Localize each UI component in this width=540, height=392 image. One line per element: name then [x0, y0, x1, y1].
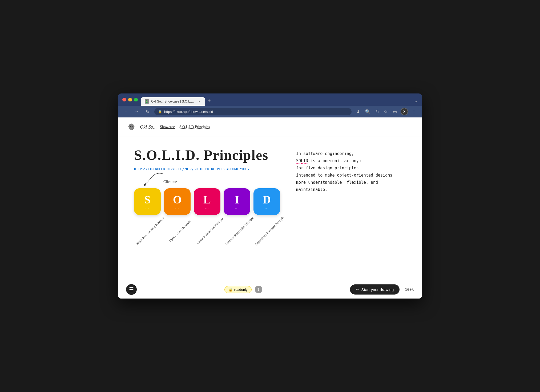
tabs-area: 🐉 Ok! So... Showcase | S.O.L.I.D ✕ + ⌄ — [141, 97, 418, 106]
label-s: Single Responsibility Principle — [134, 215, 164, 246]
maximize-button[interactable] — [134, 98, 138, 101]
close-button[interactable] — [122, 98, 126, 101]
svg-marker-3 — [143, 183, 146, 186]
label-i: Interface Segregation Principle — [223, 215, 254, 246]
active-tab[interactable]: 🐉 Ok! So... Showcase | S.O.L.I.D ✕ — [141, 97, 205, 106]
svg-point-1 — [130, 126, 131, 127]
solid-btn-d[interactable]: D ... — [253, 188, 280, 215]
hamburger-icon: ☰ — [129, 286, 134, 293]
label-wrapper-l: Liskov Substitution Principle — [194, 228, 220, 234]
desc-line-2: SOLID is a mnemonic acronym — [296, 157, 406, 165]
address-input[interactable]: 🔒 https://okso.app/showcase/solid — [154, 108, 352, 115]
zoom-button[interactable]: 🔍 — [364, 108, 372, 115]
solid-dots-o: ... — [175, 206, 179, 209]
reload-button[interactable]: ↻ — [144, 108, 151, 115]
label-l: Liskov Substitution Principle — [194, 216, 223, 245]
solid-dots-i: ... — [235, 206, 239, 209]
lock-icon: 🔒 — [158, 110, 162, 113]
title-bar: 🐉 Ok! So... Showcase | S.O.L.I.D ✕ + ⌄ — [118, 93, 422, 106]
traffic-lights — [122, 98, 138, 105]
tab-title: Ok! So... Showcase | S.O.L.I.D — [151, 100, 195, 103]
pencil-icon: ✏ — [356, 287, 359, 292]
svg-point-2 — [132, 126, 133, 127]
new-tab-button[interactable]: + — [205, 97, 213, 106]
solid-letter-i: I — [235, 194, 239, 205]
start-drawing-button[interactable]: ✏ Start your drawing — [350, 284, 400, 295]
site-name: Ok! So... — [140, 124, 157, 130]
solid-btn-o[interactable]: O ... — [164, 188, 191, 215]
bottom-right-controls: ✏ Start your drawing 100% — [350, 284, 414, 295]
solid-labels-row: Single Responsibility Principle Open / C… — [134, 228, 280, 260]
page-content: Ok! So... Showcase › S.O.L.I.D Principle… — [118, 117, 422, 299]
site-logo — [126, 122, 137, 132]
solid-letter-s: S — [144, 194, 150, 205]
tab-favicon: 🐉 — [145, 99, 149, 104]
readonly-badge[interactable]: 🔒 readonly — [224, 286, 252, 293]
link-text: HTTPS://TREKHLEB.DEV/BLOG/2017/SOLID-PRI… — [134, 167, 246, 171]
readonly-label: readonly — [234, 288, 248, 292]
address-bar: ← → ↻ 🔒 https://okso.app/showcase/solid … — [118, 106, 422, 117]
bottom-center-controls: 🔒 readonly ? — [224, 286, 262, 293]
desc-line-3: for five design principles — [296, 165, 406, 172]
description-text: In software engineering, SOLID is a mnem… — [296, 150, 406, 193]
solid-dots-l: ... — [205, 206, 209, 209]
more-button[interactable]: ⋮ — [410, 108, 418, 115]
label-o: Open / Closed Principle — [167, 218, 191, 242]
minimize-button[interactable] — [128, 98, 132, 101]
solid-buttons-row: S ... O ... L ... I ... — [134, 188, 280, 215]
breadcrumb: Showcase › S.O.L.I.D Principles — [160, 125, 210, 129]
download-button[interactable]: ⬇ — [355, 108, 361, 115]
hamburger-menu-button[interactable]: ☰ — [126, 284, 137, 295]
share-button[interactable]: ⎙ — [374, 108, 380, 115]
desc-line-1: In software engineering, — [296, 150, 406, 157]
solid-letter-l: L — [203, 194, 211, 205]
desc-line-5: more understandable, flexible, and maint… — [296, 179, 406, 193]
right-panel: In software engineering, SOLID is a mnem… — [296, 148, 406, 260]
browser-window: 🐉 Ok! So... Showcase | S.O.L.I.D ✕ + ⌄ ←… — [118, 93, 422, 299]
forward-button[interactable]: → — [133, 108, 140, 115]
bottom-bar: ☰ 🔒 readonly ? ✏ Start your drawing 100% — [118, 280, 422, 299]
solid-btn-l[interactable]: L ... — [194, 188, 220, 215]
start-drawing-label: Start your drawing — [361, 287, 394, 292]
sidebar-toggle[interactable]: ▭ — [391, 108, 398, 115]
solid-letter-d: D — [263, 194, 271, 205]
solid-dots-s: ... — [146, 206, 149, 209]
breadcrumb-home[interactable]: Showcase — [160, 125, 175, 129]
click-me-arrow-svg — [134, 171, 177, 187]
solid-btn-i[interactable]: I ... — [224, 188, 250, 215]
page-title: S.O.L.I.D. Principles — [134, 148, 280, 163]
solid-letter-o: O — [173, 194, 182, 205]
lock-emoji: 🔒 — [228, 288, 233, 292]
bookmark-button[interactable]: ☆ — [382, 108, 389, 115]
solid-word: SOLID — [296, 158, 308, 163]
back-button[interactable]: ← — [122, 108, 130, 115]
main-content: S.O.L.I.D. Principles HTTPS://TREKHLEB.D… — [118, 137, 422, 271]
external-link-icon: ↗ — [247, 167, 249, 171]
label-d: Dependency Inversion Principle — [253, 214, 285, 246]
site-header: Ok! So... Showcase › S.O.L.I.D Principle… — [118, 117, 422, 137]
label-wrapper-d: Dependency Inversion Principle — [253, 228, 280, 234]
x-profile-button[interactable]: X — [401, 108, 408, 115]
breadcrumb-separator: › — [176, 125, 178, 129]
url-text: https://okso.app/showcase/solid — [164, 110, 213, 114]
label-wrapper-i: Interface Segregation Principle — [224, 228, 250, 234]
browser-actions: ⬇ 🔍 ⎙ ☆ ▭ X ⋮ — [355, 108, 418, 115]
solid-dots-d: ... — [265, 206, 269, 209]
logo-svg — [127, 122, 136, 132]
click-me-container: Click me — [134, 179, 280, 184]
zoom-indicator: 100% — [405, 287, 414, 292]
external-link[interactable]: HTTPS://TREKHLEB.DEV/BLOG/2017/SOLID-PRI… — [134, 167, 280, 171]
label-wrapper-s: Single Responsibility Principle — [134, 228, 161, 234]
help-button[interactable]: ? — [255, 286, 262, 293]
desc-line-4: intended to make object-oriented designs — [296, 172, 406, 179]
tab-list-button[interactable]: ⌄ — [414, 98, 418, 106]
solid-btn-s[interactable]: S ... — [134, 188, 161, 215]
label-wrapper-o: Open / Closed Principle — [164, 228, 191, 234]
left-panel: S.O.L.I.D. Principles HTTPS://TREKHLEB.D… — [134, 148, 280, 260]
breadcrumb-current: S.O.L.I.D Principles — [179, 125, 210, 129]
tab-close-button[interactable]: ✕ — [197, 99, 201, 104]
